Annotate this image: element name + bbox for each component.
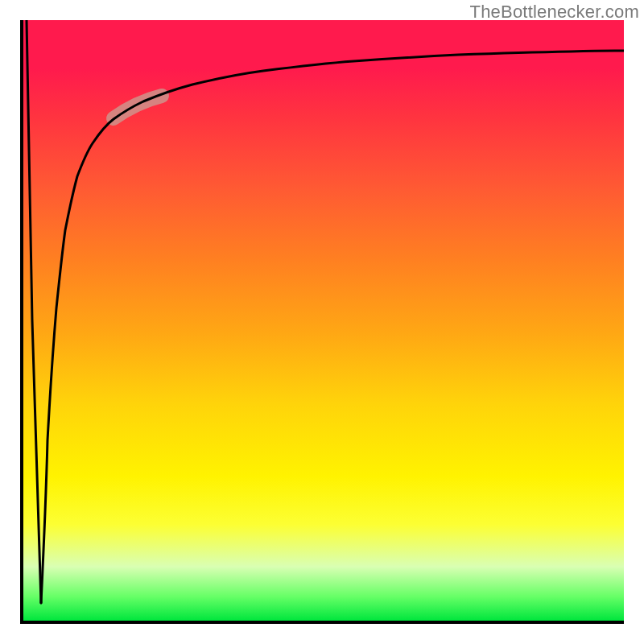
highlight-segment (114, 96, 162, 118)
curve-svg (23, 20, 624, 621)
curve-rise (41, 51, 624, 603)
watermark-text: TheBottlenecker.com (470, 2, 639, 23)
plot-area (20, 20, 624, 624)
chart-container: TheBottlenecker.com (0, 0, 644, 644)
curve-dip (27, 20, 41, 603)
